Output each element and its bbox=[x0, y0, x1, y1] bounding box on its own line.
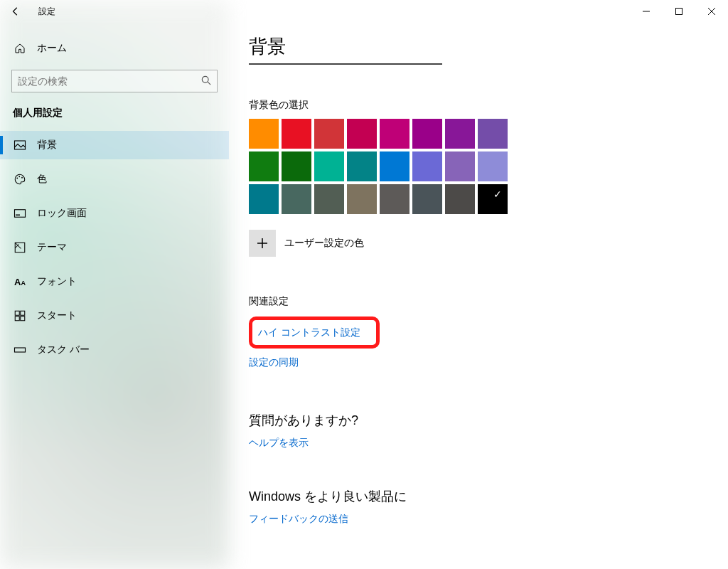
sidebar-item-label: 背景 bbox=[37, 139, 57, 151]
color-swatch[interactable] bbox=[314, 119, 344, 149]
home-label: ホーム bbox=[37, 42, 67, 55]
sidebar-item-taskbar[interactable]: タスク バー bbox=[0, 336, 229, 364]
svg-rect-14 bbox=[21, 311, 25, 315]
color-swatch[interactable] bbox=[380, 119, 410, 149]
color-swatch[interactable] bbox=[282, 184, 311, 214]
svg-line-5 bbox=[208, 82, 210, 85]
sidebar-item-label: タスク バー bbox=[37, 344, 90, 356]
themes-icon bbox=[13, 241, 27, 254]
sidebar: ホーム 個人用設定 背景 色 ロック画面 テーマ AA フォント bbox=[0, 0, 229, 569]
color-swatch[interactable] bbox=[249, 184, 279, 214]
color-swatch[interactable] bbox=[314, 151, 344, 181]
main-content: 背景 背景色の選択 ユーザー設定の色 関連設定 ハイ コントラスト設定 設定の同… bbox=[229, 0, 728, 569]
font-icon: AA bbox=[13, 277, 27, 287]
link-high-contrast[interactable]: ハイ コントラスト設定 bbox=[258, 326, 360, 339]
search-box[interactable] bbox=[11, 70, 218, 92]
question-title: 質問がありますか? bbox=[249, 412, 728, 429]
home-icon bbox=[13, 43, 27, 54]
heading-underline bbox=[249, 63, 442, 65]
color-swatch[interactable] bbox=[249, 119, 279, 149]
maximize-button[interactable] bbox=[663, 0, 695, 23]
add-custom-color-button[interactable] bbox=[249, 230, 276, 257]
color-swatch[interactable] bbox=[282, 119, 311, 149]
svg-point-9 bbox=[21, 177, 23, 179]
color-swatch[interactable] bbox=[412, 119, 442, 149]
custom-color-row: ユーザー設定の色 bbox=[249, 230, 728, 257]
svg-rect-17 bbox=[15, 348, 26, 352]
minimize-button[interactable] bbox=[630, 0, 663, 23]
color-swatch[interactable] bbox=[445, 184, 475, 214]
color-swatch[interactable] bbox=[478, 184, 508, 214]
sidebar-item-label: 色 bbox=[37, 173, 47, 186]
sidebar-item-lockscreen[interactable]: ロック画面 bbox=[0, 199, 229, 228]
color-swatch[interactable] bbox=[445, 151, 475, 181]
sidebar-item-label: ロック画面 bbox=[37, 207, 87, 220]
color-swatch[interactable] bbox=[282, 151, 311, 181]
related-settings-title: 関連設定 bbox=[249, 295, 728, 308]
svg-rect-1 bbox=[676, 9, 682, 15]
color-grid bbox=[249, 119, 728, 214]
feedback-title: Windows をより良い製品に bbox=[249, 488, 728, 505]
back-button[interactable] bbox=[0, 0, 31, 23]
color-swatch[interactable] bbox=[380, 184, 410, 214]
titlebar: 設定 bbox=[0, 0, 728, 23]
window-controls bbox=[630, 0, 728, 23]
sidebar-item-themes[interactable]: テーマ bbox=[0, 233, 229, 262]
svg-point-8 bbox=[18, 176, 20, 177]
svg-rect-11 bbox=[16, 215, 20, 216]
home-nav[interactable]: ホーム bbox=[0, 34, 229, 63]
sidebar-item-start[interactable]: スタート bbox=[0, 302, 229, 330]
palette-icon bbox=[13, 173, 27, 186]
link-sync-settings[interactable]: 設定の同期 bbox=[249, 356, 299, 369]
link-feedback[interactable]: フィードバックの送信 bbox=[249, 513, 348, 526]
start-icon bbox=[13, 309, 27, 322]
color-swatch[interactable] bbox=[412, 151, 442, 181]
sidebar-section-title: 個人用設定 bbox=[0, 101, 229, 125]
color-swatch[interactable] bbox=[347, 184, 377, 214]
svg-rect-16 bbox=[21, 317, 25, 321]
picture-icon bbox=[13, 139, 27, 151]
sidebar-item-label: スタート bbox=[37, 309, 77, 322]
lockscreen-icon bbox=[13, 207, 27, 220]
sidebar-item-background[interactable]: 背景 bbox=[0, 131, 229, 159]
svg-rect-13 bbox=[15, 311, 19, 315]
color-swatch[interactable] bbox=[478, 119, 508, 149]
svg-point-7 bbox=[16, 178, 18, 179]
color-swatch[interactable] bbox=[478, 151, 508, 181]
svg-rect-10 bbox=[15, 210, 26, 218]
color-swatch[interactable] bbox=[347, 119, 377, 149]
close-button[interactable] bbox=[695, 0, 728, 23]
sidebar-item-label: フォント bbox=[37, 275, 77, 288]
color-swatch[interactable] bbox=[380, 151, 410, 181]
bgcolor-label: 背景色の選択 bbox=[249, 99, 728, 112]
link-help[interactable]: ヘルプを表示 bbox=[249, 437, 309, 450]
search-icon bbox=[201, 75, 211, 87]
color-swatch[interactable] bbox=[249, 151, 279, 181]
page-title: 背景 bbox=[249, 34, 728, 59]
sidebar-item-fonts[interactable]: AA フォント bbox=[0, 267, 229, 296]
sidebar-item-label: テーマ bbox=[37, 241, 67, 254]
svg-rect-15 bbox=[15, 317, 19, 321]
custom-color-label: ユーザー設定の色 bbox=[284, 237, 364, 250]
svg-point-4 bbox=[202, 76, 208, 83]
search-input[interactable] bbox=[18, 75, 201, 87]
color-swatch[interactable] bbox=[445, 119, 475, 149]
color-swatch[interactable] bbox=[347, 151, 377, 181]
color-swatch[interactable] bbox=[412, 184, 442, 214]
highlight-annotation: ハイ コントラスト設定 bbox=[249, 317, 380, 349]
color-swatch[interactable] bbox=[314, 184, 344, 214]
window-title: 設定 bbox=[38, 6, 55, 18]
taskbar-icon bbox=[13, 344, 27, 356]
sidebar-item-colors[interactable]: 色 bbox=[0, 165, 229, 193]
